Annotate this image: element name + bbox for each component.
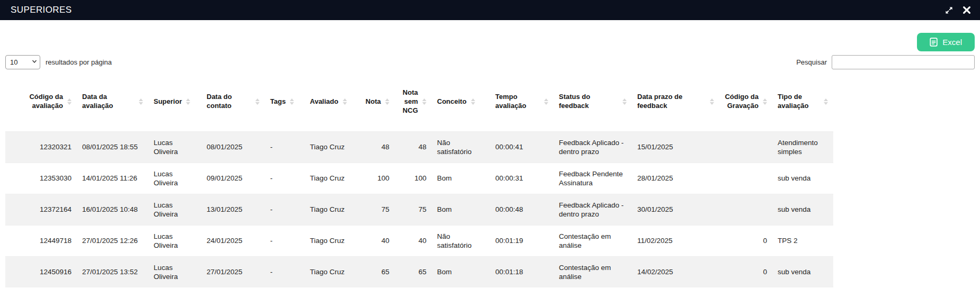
cell-data-do-contato: 08/01/2025 [201, 131, 265, 163]
column-header-label: Nota sem NCG [400, 88, 418, 115]
cell-nota-sem-ncg: 48 [395, 131, 432, 163]
cell-tempo-avaliacao: 00:00:41 [490, 131, 554, 163]
cell-tempo-avaliacao: 00:01:18 [490, 256, 554, 287]
results-table: Código da avaliaçãoData da avaliaçãoSupe… [5, 73, 833, 287]
cell-tipo-de-avaliacao: sub venda [772, 256, 833, 287]
column-header-nota[interactable]: Nota [360, 73, 395, 131]
cell-tipo-de-avaliacao: Atendimento simples [772, 131, 833, 163]
expand-icon[interactable] [945, 6, 954, 15]
cell-nota: 48 [360, 131, 395, 163]
column-header-label: Tipo de avaliação [778, 93, 819, 111]
close-icon[interactable] [962, 5, 972, 15]
cell-nota-sem-ncg: 65 [395, 256, 432, 287]
column-header-label: Tempo avaliação [495, 93, 540, 111]
sort-icon [622, 98, 627, 105]
file-icon [930, 38, 938, 47]
results-per-page-label: resultados por página [46, 58, 112, 66]
column-header-label: Avaliado [310, 97, 338, 106]
cell-superior: Lucas Oliveira [148, 194, 201, 225]
sort-icon [255, 98, 260, 105]
table-row: 1244971827/01/2025 12:26Lucas Oliveira24… [5, 225, 833, 256]
cell-codigo-da-avaliacao: 12320321 [5, 131, 77, 163]
cell-data-prazo-de-feedback: 28/01/2025 [632, 163, 719, 194]
column-header-label: Data do contato [207, 93, 251, 111]
cell-superior: Lucas Oliveira [148, 256, 201, 287]
cell-nota: 75 [360, 194, 395, 225]
cell-codigo-da-avaliacao: 12449718 [5, 225, 77, 256]
column-header-label: Data prazo de feedback [637, 93, 706, 111]
table-row: 1235303014/01/2025 11:26Lucas Oliveira09… [5, 163, 833, 194]
excel-export-button[interactable]: Excel [917, 33, 975, 51]
column-header-avaliado[interactable]: Avaliado [305, 73, 360, 131]
column-header-label: Código da Gravação [725, 93, 759, 111]
column-header-tipo-de-avaliacao[interactable]: Tipo de avaliação [772, 73, 833, 131]
column-header-data-prazo-de-feedback[interactable]: Data prazo de feedback [632, 73, 719, 131]
cell-data-do-contato: 24/01/2025 [201, 225, 265, 256]
table-header-row: Código da avaliaçãoData da avaliaçãoSupe… [5, 73, 833, 131]
column-header-label: Tags [270, 97, 286, 106]
cell-superior: Lucas Oliveira [148, 131, 201, 163]
table-header: Código da avaliaçãoData da avaliaçãoSupe… [5, 73, 833, 131]
cell-data-da-avaliacao: 14/01/2025 11:26 [77, 163, 148, 194]
column-header-tags[interactable]: Tags [265, 73, 305, 131]
cell-status-do-feedback: Contestação em análise [554, 225, 632, 256]
table-controls: 10 resultados por página Pesquisar [5, 55, 975, 69]
column-header-conceito[interactable]: Conceito [432, 73, 490, 131]
column-header-data-da-avaliacao[interactable]: Data da avaliação [77, 73, 148, 131]
cell-data-da-avaliacao: 08/01/2025 18:55 [77, 131, 148, 163]
sort-icon [824, 98, 828, 105]
titlebar-actions [945, 5, 972, 15]
cell-tempo-avaliacao: 00:00:48 [490, 194, 554, 225]
sort-icon [710, 98, 714, 105]
column-header-label: Código da avaliação [11, 93, 63, 111]
sort-icon [139, 98, 143, 105]
cell-nota: 65 [360, 256, 395, 287]
cell-superior: Lucas Oliveira [148, 163, 201, 194]
cell-codigo-da-gravacao [719, 131, 772, 163]
cell-codigo-da-avaliacao: 12372164 [5, 194, 77, 225]
sort-icon [343, 98, 347, 105]
column-header-tempo-avaliacao[interactable]: Tempo avaliação [490, 73, 554, 131]
cell-nota: 100 [360, 163, 395, 194]
cell-tipo-de-avaliacao: sub venda [772, 194, 833, 225]
cell-tempo-avaliacao: 00:00:31 [490, 163, 554, 194]
cell-tempo-avaliacao: 00:01:19 [490, 225, 554, 256]
search-input[interactable] [832, 55, 975, 69]
cell-nota-sem-ncg: 40 [395, 225, 432, 256]
table-row: 1237216416/01/2025 10:48Lucas Oliveira13… [5, 194, 833, 225]
cell-avaliado: Tiago Cruz [305, 163, 360, 194]
table-body: 1232032108/01/2025 18:55Lucas Oliveira08… [5, 131, 833, 287]
sort-icon [67, 98, 72, 105]
cell-tags: - [265, 194, 305, 225]
cell-tags: - [265, 225, 305, 256]
toolbar: Excel [5, 33, 975, 51]
sort-icon [385, 98, 389, 105]
sort-icon [471, 98, 475, 105]
column-header-status-do-feedback[interactable]: Status do feedback [554, 73, 632, 131]
cell-status-do-feedback: Feedback Pendente Assinatura [554, 163, 632, 194]
cell-tags: - [265, 163, 305, 194]
page-size-control: 10 resultados por página [5, 55, 112, 69]
column-header-codigo-da-gravacao[interactable]: Código da Gravação [719, 73, 772, 131]
modal-titlebar: SUPERIORES [0, 0, 980, 20]
sort-icon [422, 98, 426, 105]
page-size-select[interactable]: 10 [5, 55, 40, 69]
cell-data-da-avaliacao: 27/01/2025 13:52 [77, 256, 148, 287]
sort-icon [763, 98, 767, 105]
column-header-label: Superior [154, 97, 182, 106]
cell-avaliado: Tiago Cruz [305, 194, 360, 225]
column-header-label: Nota [366, 97, 381, 106]
column-header-superior[interactable]: Superior [148, 73, 201, 131]
column-header-nota-sem-ncg[interactable]: Nota sem NCG [395, 73, 432, 131]
table-row: 1232032108/01/2025 18:55Lucas Oliveira08… [5, 131, 833, 163]
column-header-label: Status do feedback [559, 93, 618, 111]
cell-data-do-contato: 27/01/2025 [201, 256, 265, 287]
cell-data-do-contato: 09/01/2025 [201, 163, 265, 194]
cell-tags: - [265, 131, 305, 163]
column-header-codigo-da-avaliacao[interactable]: Código da avaliação [5, 73, 77, 131]
column-header-data-do-contato[interactable]: Data do contato [201, 73, 265, 131]
page-size-select-shell: 10 [5, 55, 40, 69]
sort-icon [186, 98, 190, 105]
cell-data-prazo-de-feedback: 14/02/2025 [632, 256, 719, 287]
excel-button-label: Excel [942, 38, 962, 47]
